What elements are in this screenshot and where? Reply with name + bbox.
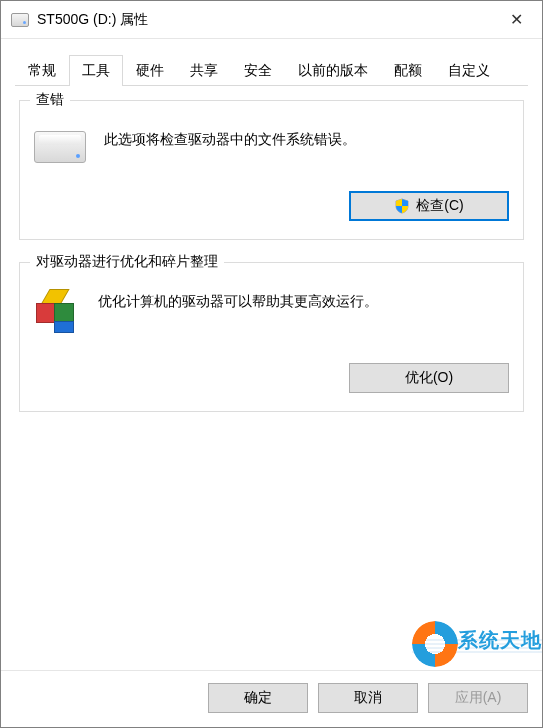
group-description: 优化计算机的驱动器可以帮助其更高效运行。	[98, 289, 509, 312]
group-legend: 查错	[30, 91, 70, 109]
group-legend: 对驱动器进行优化和碎片整理	[30, 253, 224, 271]
group-row: 优化计算机的驱动器可以帮助其更高效运行。	[34, 289, 509, 335]
optimize-button[interactable]: 优化(O)	[349, 363, 509, 393]
button-label: 优化(O)	[405, 369, 453, 387]
button-label: 应用(A)	[455, 689, 502, 707]
drive-icon	[11, 13, 29, 27]
tab-tools[interactable]: 工具	[69, 55, 123, 86]
tab-label: 配额	[394, 62, 422, 78]
button-label: 检查(C)	[416, 197, 463, 215]
tab-content: 查错 此选项将检查驱动器中的文件系统错误。	[1, 86, 542, 670]
tab-hardware[interactable]: 硬件	[123, 55, 177, 86]
window-title: ST500G (D:) 属性	[37, 11, 492, 29]
button-label: 取消	[354, 689, 382, 707]
button-label: 确定	[244, 689, 272, 707]
group-row: 此选项将检查驱动器中的文件系统错误。	[34, 127, 509, 163]
drive-icon	[34, 131, 86, 163]
group-error-checking: 查错 此选项将检查驱动器中的文件系统错误。	[19, 100, 524, 240]
tab-label: 工具	[82, 62, 110, 78]
tab-label: 硬件	[136, 62, 164, 78]
tab-sharing[interactable]: 共享	[177, 55, 231, 86]
group-actions: 检查(C)	[34, 191, 509, 221]
group-actions: 优化(O)	[34, 363, 509, 393]
check-button[interactable]: 检查(C)	[349, 191, 509, 221]
dialog-footer: 确定 取消 应用(A)	[1, 670, 542, 727]
properties-window: ST500G (D:) 属性 ✕ 常规 工具 硬件 共享 安全 以前的版本 配额…	[0, 0, 543, 728]
titlebar: ST500G (D:) 属性 ✕	[1, 1, 542, 39]
group-description: 此选项将检查驱动器中的文件系统错误。	[104, 127, 509, 150]
tab-strip: 常规 工具 硬件 共享 安全 以前的版本 配额 自定义	[1, 51, 542, 85]
close-button[interactable]: ✕	[492, 1, 540, 38]
tab-general[interactable]: 常规	[15, 55, 69, 86]
shield-icon	[394, 198, 410, 214]
ok-button[interactable]: 确定	[208, 683, 308, 713]
tab-label: 常规	[28, 62, 56, 78]
tab-customize[interactable]: 自定义	[435, 55, 503, 86]
tab-label: 共享	[190, 62, 218, 78]
tab-label: 自定义	[448, 62, 490, 78]
tab-quota[interactable]: 配额	[381, 55, 435, 86]
group-optimize: 对驱动器进行优化和碎片整理 优化计算机的驱动器可以帮助其更高效运行。 优化(O)	[19, 262, 524, 412]
apply-button[interactable]: 应用(A)	[428, 683, 528, 713]
tab-label: 以前的版本	[298, 62, 368, 78]
close-icon: ✕	[510, 10, 523, 29]
tab-previous-versions[interactable]: 以前的版本	[285, 55, 381, 86]
cancel-button[interactable]: 取消	[318, 683, 418, 713]
defrag-icon	[34, 289, 80, 335]
tab-label: 安全	[244, 62, 272, 78]
tab-security[interactable]: 安全	[231, 55, 285, 86]
